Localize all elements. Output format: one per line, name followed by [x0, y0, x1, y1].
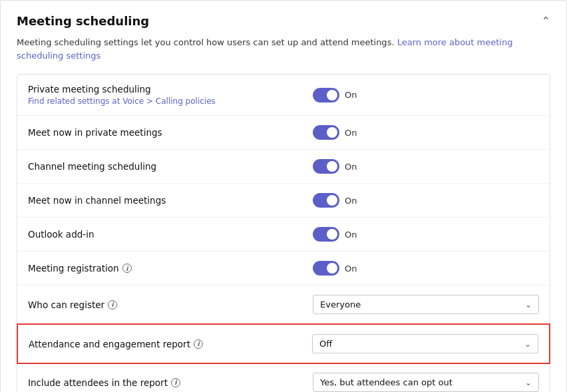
toggle-label-meeting-registration: On	[345, 264, 357, 274]
setting-label-include-attendees-report: Include attendees in the reporti	[28, 377, 180, 388]
toggle-meet-now-channel[interactable]	[313, 193, 339, 208]
setting-label-who-can-register: Who can registeri	[28, 299, 117, 310]
panel-header: Meeting scheduling ⌃	[17, 14, 550, 28]
toggle-label-outlook-addin: On	[345, 230, 357, 240]
setting-label-main-attendance-engagement-report: Attendance and engagement reporti	[29, 339, 203, 349]
setting-label-channel-meeting-scheduling: Channel meeting scheduling	[28, 161, 156, 172]
setting-control-meet-now-channel: On	[313, 193, 539, 208]
toggle-private-meeting-scheduling[interactable]	[313, 88, 339, 102]
setting-label-main-meet-now-channel: Meet now in channel meetings	[28, 195, 166, 206]
setting-label-text-include-attendees-report: Include attendees in the report	[28, 377, 168, 388]
setting-label-text-attendance-engagement-report: Attendance and engagement report	[29, 339, 190, 349]
setting-label-meeting-registration: Meeting registrationi	[28, 263, 132, 274]
setting-label-outlook-addin: Outlook add-in	[28, 229, 94, 240]
toggle-label-meet-now-channel: On	[345, 196, 357, 206]
setting-control-include-attendees-report: Yes, but attendees can opt out⌄	[313, 373, 539, 392]
collapse-icon[interactable]: ⌃	[542, 15, 550, 27]
settings-container: Private meeting schedulingFind related s…	[17, 74, 550, 392]
panel-description: Meeting scheduling settings let you cont…	[17, 36, 550, 62]
setting-label-text-meet-now-private: Meet now in private meetings	[28, 127, 162, 138]
setting-control-who-can-register: Everyone⌄	[313, 295, 539, 314]
setting-label-main-private-meeting-scheduling: Private meeting scheduling	[28, 84, 216, 95]
setting-label-text-meeting-registration: Meeting registration	[28, 263, 119, 274]
setting-label-meet-now-private: Meet now in private meetings	[28, 127, 162, 138]
dropdown-value-who-can-register: Everyone	[320, 299, 520, 309]
info-icon-include-attendees-report[interactable]: i	[171, 378, 180, 387]
setting-label-main-outlook-addin: Outlook add-in	[28, 229, 94, 240]
setting-label-text-who-can-register: Who can register	[28, 299, 104, 310]
toggle-outlook-addin[interactable]	[313, 227, 339, 242]
setting-label-private-meeting-scheduling: Private meeting schedulingFind related s…	[28, 84, 216, 106]
setting-label-main-meet-now-private: Meet now in private meetings	[28, 127, 162, 138]
dropdown-arrow-include-attendees-report: ⌄	[525, 378, 532, 387]
toggle-label-private-meeting-scheduling: On	[345, 90, 357, 100]
dropdown-arrow-who-can-register: ⌄	[525, 300, 532, 309]
setting-sublabel-private-meeting-scheduling[interactable]: Find related settings at Voice > Calling…	[28, 97, 216, 106]
setting-row-meeting-registration: Meeting registrationiOn	[17, 252, 550, 286]
setting-label-main-channel-meeting-scheduling: Channel meeting scheduling	[28, 161, 156, 172]
info-icon-attendance-engagement-report[interactable]: i	[194, 339, 203, 349]
setting-label-text-meet-now-channel: Meet now in channel meetings	[28, 195, 166, 206]
toggle-meeting-registration[interactable]	[313, 261, 339, 276]
setting-control-meet-now-private: On	[313, 125, 539, 140]
toggle-label-meet-now-private: On	[345, 128, 357, 138]
setting-row-outlook-addin: Outlook add-inOn	[17, 218, 550, 252]
setting-row-meet-now-private: Meet now in private meetingsOn	[17, 116, 550, 150]
setting-control-outlook-addin: On	[313, 227, 539, 242]
setting-control-attendance-engagement-report: Off⌄	[312, 334, 538, 353]
dropdown-include-attendees-report[interactable]: Yes, but attendees can opt out⌄	[313, 373, 539, 392]
dropdown-value-include-attendees-report: Yes, but attendees can opt out	[320, 377, 520, 387]
sublabel-link-private-meeting-scheduling[interactable]: Voice > Calling policies	[122, 97, 216, 106]
dropdown-arrow-attendance-engagement-report: ⌄	[524, 339, 531, 349]
dropdown-value-attendance-engagement-report: Off	[319, 339, 519, 349]
setting-row-include-attendees-report: Include attendees in the reportiYes, but…	[17, 363, 550, 392]
toggle-meet-now-private[interactable]	[313, 125, 339, 140]
dropdown-attendance-engagement-report[interactable]: Off⌄	[312, 334, 538, 353]
info-icon-who-can-register[interactable]: i	[108, 300, 117, 309]
toggle-label-channel-meeting-scheduling: On	[345, 162, 357, 172]
setting-row-private-meeting-scheduling: Private meeting schedulingFind related s…	[17, 75, 550, 116]
setting-label-text-outlook-addin: Outlook add-in	[28, 229, 94, 240]
setting-row-channel-meeting-scheduling: Channel meeting schedulingOn	[17, 150, 550, 184]
setting-label-attendance-engagement-report: Attendance and engagement reporti	[29, 339, 203, 349]
setting-row-who-can-register: Who can registeriEveryone⌄	[17, 286, 550, 324]
setting-control-channel-meeting-scheduling: On	[313, 159, 539, 174]
setting-row-attendance-engagement-report: Attendance and engagement reportiOff⌄	[17, 323, 550, 364]
panel-title: Meeting scheduling	[17, 14, 149, 28]
setting-control-meeting-registration: On	[313, 261, 539, 276]
setting-label-text-private-meeting-scheduling: Private meeting scheduling	[28, 84, 151, 95]
setting-label-text-channel-meeting-scheduling: Channel meeting scheduling	[28, 161, 156, 172]
toggle-channel-meeting-scheduling[interactable]	[313, 159, 339, 174]
setting-label-main-meeting-registration: Meeting registrationi	[28, 263, 132, 274]
setting-label-main-who-can-register: Who can registeri	[28, 299, 117, 310]
setting-label-main-include-attendees-report: Include attendees in the reporti	[28, 377, 180, 388]
meeting-scheduling-panel: Meeting scheduling ⌃ Meeting scheduling …	[0, 0, 567, 392]
description-text: Meeting scheduling settings let you cont…	[17, 37, 395, 47]
info-icon-meeting-registration[interactable]: i	[122, 264, 132, 273]
setting-control-private-meeting-scheduling: On	[313, 88, 539, 102]
setting-row-meet-now-channel: Meet now in channel meetingsOn	[17, 184, 550, 218]
setting-label-meet-now-channel: Meet now in channel meetings	[28, 195, 166, 206]
dropdown-who-can-register[interactable]: Everyone⌄	[313, 295, 539, 314]
